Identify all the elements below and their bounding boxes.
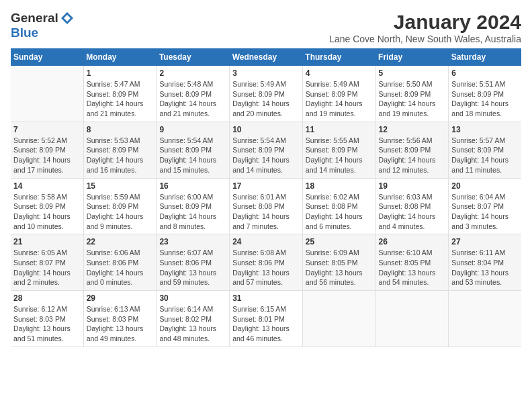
calendar-cell	[449, 291, 521, 347]
calendar-cell: 29Sunrise: 6:13 AM Sunset: 8:03 PM Dayli…	[83, 291, 157, 347]
weekday-header: Sunday	[11, 48, 83, 66]
calendar-cell: 20Sunrise: 6:04 AM Sunset: 8:07 PM Dayli…	[449, 178, 521, 234]
day-info: Sunrise: 5:57 AM Sunset: 8:09 PM Dayligh…	[451, 136, 519, 175]
calendar-cell: 23Sunrise: 6:07 AM Sunset: 8:06 PM Dayli…	[157, 234, 230, 291]
calendar-cell: 28Sunrise: 6:12 AM Sunset: 8:03 PM Dayli…	[11, 291, 83, 347]
calendar-cell: 11Sunrise: 5:55 AM Sunset: 8:09 PM Dayli…	[302, 122, 375, 178]
day-info: Sunrise: 6:04 AM Sunset: 8:07 PM Dayligh…	[451, 192, 519, 232]
day-info: Sunrise: 6:06 AM Sunset: 8:06 PM Dayligh…	[87, 248, 154, 287]
day-number: 22	[87, 237, 154, 246]
day-number: 7	[13, 125, 81, 134]
day-number: 18	[306, 181, 373, 191]
calendar-week-row: 21Sunrise: 6:05 AM Sunset: 8:07 PM Dayli…	[11, 234, 521, 291]
calendar-cell	[375, 291, 449, 347]
day-number: 16	[159, 181, 226, 191]
day-number: 30	[159, 293, 226, 303]
day-number: 13	[451, 125, 519, 134]
day-number: 6	[451, 68, 519, 78]
calendar-cell: 9Sunrise: 5:54 AM Sunset: 8:09 PM Daylig…	[157, 122, 230, 178]
calendar-cell: 2Sunrise: 5:48 AM Sunset: 8:09 PM Daylig…	[157, 66, 230, 122]
calendar-cell: 8Sunrise: 5:53 AM Sunset: 8:09 PM Daylig…	[83, 122, 157, 178]
calendar-cell: 15Sunrise: 5:59 AM Sunset: 8:09 PM Dayli…	[83, 178, 157, 234]
calendar-cell: 7Sunrise: 5:52 AM Sunset: 8:09 PM Daylig…	[11, 122, 83, 178]
day-number: 10	[232, 125, 300, 134]
weekday-header: Friday	[375, 48, 449, 66]
subtitle: Lane Cove North, New South Wales, Austra…	[329, 34, 521, 44]
logo-icon	[60, 11, 75, 26]
day-info: Sunrise: 5:51 AM Sunset: 8:09 PM Dayligh…	[451, 79, 519, 119]
day-info: Sunrise: 6:07 AM Sunset: 8:06 PM Dayligh…	[159, 248, 226, 287]
day-info: Sunrise: 6:12 AM Sunset: 8:03 PM Dayligh…	[13, 304, 81, 344]
day-number: 4	[306, 68, 373, 78]
day-info: Sunrise: 5:48 AM Sunset: 8:09 PM Dayligh…	[159, 79, 226, 119]
day-number: 17	[232, 181, 300, 191]
calendar-cell: 22Sunrise: 6:06 AM Sunset: 8:06 PM Dayli…	[83, 234, 157, 291]
day-info: Sunrise: 5:54 AM Sunset: 8:09 PM Dayligh…	[159, 136, 226, 175]
day-info: Sunrise: 5:52 AM Sunset: 8:09 PM Dayligh…	[13, 136, 81, 175]
day-info: Sunrise: 5:53 AM Sunset: 8:09 PM Dayligh…	[87, 136, 154, 175]
day-info: Sunrise: 6:00 AM Sunset: 8:09 PM Dayligh…	[159, 192, 226, 232]
day-number: 28	[13, 293, 81, 303]
calendar-cell: 24Sunrise: 6:08 AM Sunset: 8:06 PM Dayli…	[230, 234, 303, 291]
day-info: Sunrise: 6:15 AM Sunset: 8:01 PM Dayligh…	[232, 304, 300, 344]
calendar-cell: 3Sunrise: 5:49 AM Sunset: 8:09 PM Daylig…	[230, 66, 303, 122]
logo-general: General	[11, 11, 58, 26]
logo: General Blue	[11, 11, 75, 40]
day-number: 1	[87, 68, 154, 78]
day-info: Sunrise: 6:14 AM Sunset: 8:02 PM Dayligh…	[159, 304, 226, 344]
calendar-cell: 17Sunrise: 6:01 AM Sunset: 8:08 PM Dayli…	[230, 178, 303, 234]
day-info: Sunrise: 5:54 AM Sunset: 8:09 PM Dayligh…	[232, 136, 300, 175]
weekday-header: Thursday	[302, 48, 375, 66]
calendar-week-row: 14Sunrise: 5:58 AM Sunset: 8:09 PM Dayli…	[11, 178, 521, 234]
calendar-week-row: 7Sunrise: 5:52 AM Sunset: 8:09 PM Daylig…	[11, 122, 521, 178]
logo-blue: Blue	[11, 26, 38, 40]
day-number: 8	[87, 125, 154, 134]
weekday-header: Monday	[83, 48, 157, 66]
weekday-header: Saturday	[449, 48, 521, 66]
day-number: 11	[306, 125, 373, 134]
day-number: 9	[159, 125, 226, 134]
calendar-cell	[11, 66, 83, 122]
weekday-header-row: SundayMondayTuesdayWednesdayThursdayFrid…	[11, 48, 521, 66]
calendar-cell: 31Sunrise: 6:15 AM Sunset: 8:01 PM Dayli…	[230, 291, 303, 347]
day-number: 31	[232, 293, 300, 303]
header-area: General Blue January 2024 Lane Cove Nort…	[11, 11, 521, 44]
day-info: Sunrise: 6:05 AM Sunset: 8:07 PM Dayligh…	[13, 248, 81, 287]
day-info: Sunrise: 5:49 AM Sunset: 8:09 PM Dayligh…	[232, 79, 300, 119]
day-info: Sunrise: 5:49 AM Sunset: 8:09 PM Dayligh…	[306, 79, 373, 119]
day-info: Sunrise: 5:55 AM Sunset: 8:09 PM Dayligh…	[306, 136, 373, 175]
day-info: Sunrise: 6:08 AM Sunset: 8:06 PM Dayligh…	[232, 248, 300, 287]
day-number: 15	[87, 181, 154, 191]
calendar-cell: 25Sunrise: 6:09 AM Sunset: 8:05 PM Dayli…	[302, 234, 375, 291]
calendar-cell: 27Sunrise: 6:11 AM Sunset: 8:04 PM Dayli…	[449, 234, 521, 291]
main-title: January 2024	[329, 11, 521, 34]
day-number: 14	[13, 181, 81, 191]
day-number: 27	[451, 237, 519, 246]
day-info: Sunrise: 6:09 AM Sunset: 8:05 PM Dayligh…	[306, 248, 373, 287]
calendar-week-row: 1Sunrise: 5:47 AM Sunset: 8:09 PM Daylig…	[11, 66, 521, 122]
day-number: 25	[306, 237, 373, 246]
day-info: Sunrise: 6:10 AM Sunset: 8:05 PM Dayligh…	[379, 248, 446, 287]
day-number: 12	[379, 125, 446, 134]
calendar-cell: 4Sunrise: 5:49 AM Sunset: 8:09 PM Daylig…	[302, 66, 375, 122]
day-info: Sunrise: 5:56 AM Sunset: 8:09 PM Dayligh…	[379, 136, 446, 175]
weekday-header: Wednesday	[230, 48, 303, 66]
calendar-cell: 19Sunrise: 6:03 AM Sunset: 8:08 PM Dayli…	[375, 178, 449, 234]
day-number: 24	[232, 237, 300, 246]
calendar-cell: 18Sunrise: 6:02 AM Sunset: 8:08 PM Dayli…	[302, 178, 375, 234]
calendar-cell: 21Sunrise: 6:05 AM Sunset: 8:07 PM Dayli…	[11, 234, 83, 291]
day-info: Sunrise: 6:11 AM Sunset: 8:04 PM Dayligh…	[451, 248, 519, 287]
day-number: 3	[232, 68, 300, 78]
day-number: 20	[451, 181, 519, 191]
day-number: 5	[379, 68, 446, 78]
calendar-cell: 6Sunrise: 5:51 AM Sunset: 8:09 PM Daylig…	[449, 66, 521, 122]
calendar-cell: 12Sunrise: 5:56 AM Sunset: 8:09 PM Dayli…	[375, 122, 449, 178]
calendar-cell	[302, 291, 375, 347]
day-info: Sunrise: 6:03 AM Sunset: 8:08 PM Dayligh…	[379, 192, 446, 232]
calendar-cell: 10Sunrise: 5:54 AM Sunset: 8:09 PM Dayli…	[230, 122, 303, 178]
weekday-header: Tuesday	[157, 48, 230, 66]
day-info: Sunrise: 5:47 AM Sunset: 8:09 PM Dayligh…	[87, 79, 154, 119]
day-number: 26	[379, 237, 446, 246]
calendar-week-row: 28Sunrise: 6:12 AM Sunset: 8:03 PM Dayli…	[11, 291, 521, 347]
calendar-cell: 13Sunrise: 5:57 AM Sunset: 8:09 PM Dayli…	[449, 122, 521, 178]
